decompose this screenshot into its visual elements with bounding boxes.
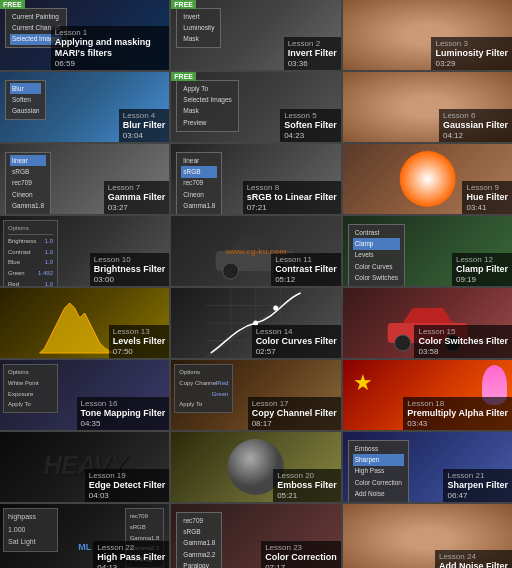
lesson-cell-22[interactable]: highpass1.000Sat Lightrec709sRGBGamma1.8…: [0, 504, 169, 568]
lesson-cell-10[interactable]: OptionsBrightness1.0Contrast1.0Blue1.0Gr…: [0, 216, 169, 286]
lesson-label-23: Lesson 23: [265, 543, 337, 553]
lesson-cell-17[interactable]: OptionsCopy ChannelRedGreenApply ToLesso…: [171, 360, 340, 430]
lesson-cell-8[interactable]: linearsRGBrec709CineonGamma1.8Lesson 8sR…: [171, 144, 340, 214]
lesson-info-21: Lesson 21Sharpen Filter06:47: [443, 469, 512, 502]
lesson-label-5: Lesson 5: [284, 111, 337, 121]
lesson-time-23: 07:17: [265, 563, 337, 568]
lesson-info-19: Lesson 19Edge Detect Filter04:03: [85, 469, 170, 502]
svg-point-0: [399, 151, 455, 207]
lesson-title-17: Copy Channel Filter: [252, 408, 337, 419]
lesson-cell-7[interactable]: linearsRGBrec709CineonGamma1.8Lesson 7Ga…: [0, 144, 169, 214]
lesson-info-15: Lesson 15Color Switches Filter03:58: [414, 325, 512, 358]
lesson-time-4: 03:04: [123, 131, 166, 140]
lesson-time-19: 04:03: [89, 491, 166, 500]
lesson-cell-9[interactable]: Lesson 9Hue Filter03:41: [343, 144, 512, 214]
lesson-title-8: sRGB to Linear Filter: [247, 192, 337, 203]
lesson-label-16: Lesson 16: [81, 399, 166, 409]
lesson-info-3: Lesson 3Luminosity Filter03:29: [431, 37, 512, 70]
lesson-title-4: Blur Filter: [123, 120, 166, 131]
lesson-time-3: 03:29: [435, 59, 508, 68]
menu-overlay-2: InvertLuminosityMask: [176, 8, 221, 48]
lesson-title-24: Add Noise Filter: [439, 561, 508, 568]
lesson-grid: Current PaintingCurrent ChannelSelected …: [0, 0, 512, 568]
lesson-info-6: Lesson 6Gaussian Filter04:12: [439, 109, 512, 142]
lesson-cell-11[interactable]: www.cg-ku.comLesson 11Contrast Filter05:…: [171, 216, 340, 286]
lesson-time-7: 03:27: [108, 203, 166, 212]
lesson-info-4: Lesson 4Blur Filter03:04: [119, 109, 170, 142]
lesson-cell-21[interactable]: EmbossSharpenHigh PassColor CorrectionAd…: [343, 432, 512, 502]
lesson-cell-1[interactable]: Current PaintingCurrent ChannelSelected …: [0, 0, 169, 70]
free-badge-2: FREE: [171, 0, 196, 9]
lesson-cell-15[interactable]: Lesson 15Color Switches Filter03:58: [343, 288, 512, 358]
lesson-title-23: Color Correction: [265, 552, 337, 563]
lesson-cell-12[interactable]: ContrastClampLevelsColor CurvesColor Swi…: [343, 216, 512, 286]
star-icon: ★: [353, 370, 373, 396]
lesson-title-5: Soften Filter: [284, 120, 337, 131]
lesson-cell-19[interactable]: HEAVYLesson 19Edge Detect Filter04:03: [0, 432, 169, 502]
lesson-label-2: Lesson 2: [288, 39, 337, 49]
lesson-time-5: 04:23: [284, 131, 337, 140]
lesson-time-10: 03:00: [94, 275, 166, 284]
free-badge-5: FREE: [171, 72, 196, 81]
lesson-info-10: Lesson 10Brightness Filter03:00: [90, 253, 170, 286]
lesson-label-19: Lesson 19: [89, 471, 166, 481]
free-badge-1: FREE: [0, 0, 25, 9]
lesson-cell-4[interactable]: BlurSoftenGaussianLesson 4Blur Filter03:…: [0, 72, 169, 142]
lesson-cell-20[interactable]: Lesson 20Emboss Filter05:21: [171, 432, 340, 502]
lesson-cell-18[interactable]: ★Lesson 18Premultiply Alpha Filter03:43: [343, 360, 512, 430]
lesson-time-21: 06:47: [447, 491, 508, 500]
lesson-time-6: 04:12: [443, 131, 508, 140]
lesson-cell-24[interactable]: Lesson 24Add Noise Filter: [343, 504, 512, 568]
lesson-info-16: Lesson 16Tone Mapping Filter04:35: [77, 397, 170, 430]
lesson-cell-5[interactable]: Apply ToSelected ImagesMaskPreviewFREELe…: [171, 72, 340, 142]
lesson-cell-3[interactable]: Lesson 3Luminosity Filter03:29: [343, 0, 512, 70]
lesson-title-9: Hue Filter: [466, 192, 508, 203]
svg-point-17: [394, 335, 410, 351]
lesson-title-1: Applying and masking MARI's filters: [55, 37, 166, 59]
lesson-time-2: 03:36: [288, 59, 337, 68]
lesson-cell-2[interactable]: InvertLuminosityMaskFREELesson 2Invert F…: [171, 0, 340, 70]
options-highpass-22: highpass1.000Sat Light: [3, 508, 58, 552]
lesson-label-1: Lesson 1: [55, 28, 166, 38]
lesson-time-17: 08:17: [252, 419, 337, 428]
lesson-info-20: Lesson 20Emboss Filter05:21: [273, 469, 341, 502]
options-panel-16: OptionsWhite PointExposureApply To: [3, 364, 58, 413]
lesson-time-9: 03:41: [466, 203, 508, 212]
lesson-info-1: Lesson 1Applying and masking MARI's filt…: [51, 26, 170, 70]
lesson-label-20: Lesson 20: [277, 471, 337, 481]
lesson-info-17: Lesson 17Copy Channel Filter08:17: [248, 397, 341, 430]
lesson-cell-16[interactable]: OptionsWhite PointExposureApply ToLesson…: [0, 360, 169, 430]
lesson-info-5: Lesson 5Soften Filter04:23: [280, 109, 341, 142]
lesson-cell-13[interactable]: Lesson 13Levels Filter07:50: [0, 288, 169, 358]
lesson-info-2: Lesson 2Invert Filter03:36: [284, 37, 341, 70]
lesson-info-13: Lesson 13Levels Filter07:50: [109, 325, 170, 358]
lesson-label-11: Lesson 11: [275, 255, 337, 265]
lesson-title-19: Edge Detect Filter: [89, 480, 166, 491]
lesson-title-22: High Pass Filter: [97, 552, 165, 563]
menu-overlay-23: rec709sRGBGamma1.8Gamma2.2Paralogy: [176, 512, 222, 568]
lesson-label-18: Lesson 18: [407, 399, 508, 409]
menu-overlay-21: EmbossSharpenHigh PassColor CorrectionAd…: [348, 440, 409, 502]
options-panel-17: OptionsCopy ChannelRedGreenApply To: [174, 364, 233, 413]
lesson-info-22: Lesson 22High Pass Filter04:13: [93, 541, 169, 568]
lesson-time-1: 06:59: [55, 59, 166, 68]
lesson-label-3: Lesson 3: [435, 39, 508, 49]
lesson-info-11: Lesson 11Contrast Filter05:12: [271, 253, 341, 286]
lesson-cell-6[interactable]: Lesson 6Gaussian Filter04:12: [343, 72, 512, 142]
lesson-label-10: Lesson 10: [94, 255, 166, 265]
lesson-cell-23[interactable]: rec709sRGBGamma1.8Gamma2.2ParalogyLesson…: [171, 504, 340, 568]
svg-marker-16: [402, 308, 452, 323]
menu-overlay-5: Apply ToSelected ImagesMaskPreview: [176, 80, 238, 132]
svg-point-3: [223, 263, 239, 279]
lesson-label-15: Lesson 15: [418, 327, 508, 337]
lesson-time-20: 05:21: [277, 491, 337, 500]
lesson-label-6: Lesson 6: [443, 111, 508, 121]
lesson-title-21: Sharpen Filter: [447, 480, 508, 491]
lesson-label-4: Lesson 4: [123, 111, 166, 121]
lesson-info-23: Lesson 23Color Correction07:17: [261, 541, 341, 568]
lesson-title-11: Contrast Filter: [275, 264, 337, 275]
lesson-cell-14[interactable]: Lesson 14Color Curves Filter02:57: [171, 288, 340, 358]
lesson-label-13: Lesson 13: [113, 327, 166, 337]
svg-marker-5: [40, 303, 115, 353]
watermark-11: www.cg-ku.com: [226, 247, 287, 256]
